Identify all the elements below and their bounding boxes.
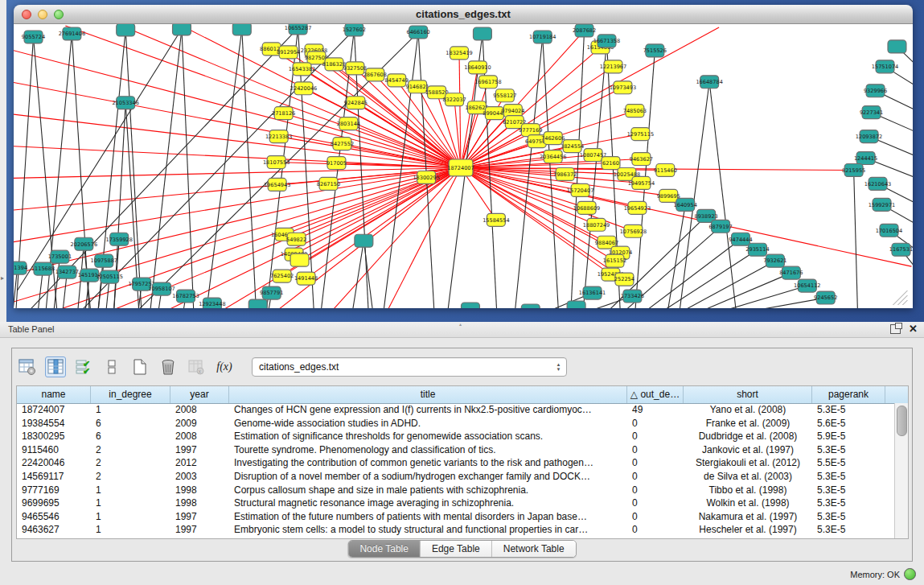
graph-node[interactable]: 7625402	[270, 270, 294, 282]
cell[interactable]: 14569117	[17, 470, 91, 484]
scrollbar-thumb[interactable]	[897, 406, 907, 436]
cell[interactable]: 0	[627, 510, 684, 524]
graph-node[interactable]	[888, 40, 906, 53]
table-selector-dropdown[interactable]: citations_edges.txt ▲▼	[252, 357, 567, 377]
column-header-title[interactable]: title	[229, 386, 627, 403]
delete-table-button[interactable]	[158, 356, 179, 377]
table-row[interactable]: 911546021997Tourette syndrome. Phenomeno…	[17, 443, 894, 457]
cell[interactable]: Wolkin et al. (1998)	[684, 496, 812, 510]
graph-node[interactable]: 62160	[602, 157, 620, 170]
cell[interactable]: 0	[627, 417, 684, 431]
graph-node[interactable]: 1735001	[48, 250, 72, 263]
cell[interactable]: 19384554	[17, 417, 91, 431]
graph-node[interactable]: 16782753	[172, 290, 199, 303]
graph-node[interactable]: 19495754	[628, 176, 655, 189]
cell[interactable]: 2008	[170, 403, 229, 417]
graph-node[interactable]: 10655287	[285, 24, 311, 35]
graph-node[interactable]	[567, 301, 585, 308]
cell[interactable]: 18300295	[17, 430, 91, 443]
graph-node[interactable]: 1640954	[674, 198, 697, 211]
column-header-name[interactable]: name	[17, 386, 91, 403]
graph-node[interactable]: 6466160	[407, 26, 430, 39]
cell[interactable]: Yano et al. (2008)	[684, 403, 812, 417]
graph-node[interactable]	[473, 27, 491, 40]
graph-node[interactable]: 2087682	[573, 24, 596, 37]
graph-node[interactable]: 9329966	[864, 84, 887, 97]
tab-node-table[interactable]: Node Table	[348, 541, 421, 557]
graph-node[interactable]: 10958107	[148, 282, 175, 295]
graph-node[interactable]: 9474444	[729, 233, 752, 245]
cell[interactable]: 1	[91, 523, 170, 537]
graph-node[interactable]: 15751074	[872, 60, 898, 73]
graph-node[interactable]	[355, 234, 373, 247]
cell[interactable]: 22420046	[17, 456, 91, 470]
new-table-button[interactable]	[129, 356, 150, 377]
cell[interactable]: Hescheler et al. (1997)	[684, 523, 812, 537]
graph-node[interactable]	[462, 303, 480, 308]
cell[interactable]: 9699695	[17, 496, 91, 510]
cell[interactable]: Embryonic stem cells: a model to study s…	[229, 523, 627, 537]
graph-node[interactable]: 10973493	[610, 81, 636, 94]
cell[interactable]: 0	[627, 470, 684, 484]
graph-node[interactable]: 18640910	[464, 61, 491, 74]
graph-node[interactable]: 20364456	[540, 150, 566, 163]
graph-node[interactable]: 27691406	[59, 27, 85, 40]
cell[interactable]: Disruption of a novel member of a sodium…	[229, 470, 627, 484]
cell[interactable]: Estimation of the future numbers of pati…	[229, 510, 627, 524]
graph-node[interactable]: 8912954	[277, 46, 300, 59]
graph-node[interactable]: 12975115	[627, 128, 654, 141]
cell[interactable]: 5.3E-5	[812, 496, 885, 510]
cell[interactable]: 2009	[170, 417, 229, 431]
cell[interactable]: Nakamura et al. (1997)	[684, 510, 812, 524]
cell[interactable]: Dudbridge et al. (2008)	[684, 430, 812, 443]
table-row[interactable]: 1830029562008Estimation of significance …	[17, 430, 894, 443]
graph-node[interactable]: 252254	[614, 273, 634, 286]
graph-node[interactable]: 1167531	[889, 243, 913, 256]
graph-node[interactable]: 7986372	[553, 167, 577, 180]
graph-node[interactable]: 16648784	[696, 76, 722, 89]
graph-node[interactable]	[173, 24, 191, 35]
table-vertical-scrollbar[interactable]	[894, 403, 908, 538]
cell[interactable]: 0	[627, 430, 684, 443]
graph-node[interactable]: 18300295	[413, 171, 439, 183]
graph-node[interactable]: 15992971	[869, 198, 895, 211]
cell[interactable]: 6	[91, 417, 170, 431]
cell[interactable]: 9777169	[17, 484, 91, 497]
cell[interactable]: Franke et al. (2009)	[684, 417, 812, 431]
cell[interactable]: Genome-wide association studies in ADHD.	[229, 417, 627, 431]
graph-node[interactable]: 9857791	[260, 286, 283, 299]
cell[interactable]: 1997	[170, 510, 229, 524]
cell[interactable]: Jankovic et al. (1997)	[684, 443, 812, 457]
graph-node[interactable]: 18724007	[447, 159, 474, 176]
graph-node[interactable]: 12093872	[856, 130, 882, 143]
cell[interactable]: Tibbo et al. (1998)	[684, 484, 812, 497]
tab-edge-table[interactable]: Edge Table	[421, 541, 492, 557]
graph-node[interactable]: 19654943	[264, 178, 290, 191]
cell[interactable]: 5.3E-5	[812, 510, 885, 524]
cell[interactable]: 2	[91, 456, 170, 470]
graph-node[interactable]: 8322037	[442, 93, 466, 106]
graph-node[interactable]: 549822	[286, 233, 306, 245]
graph-node[interactable]: 7515526	[643, 44, 667, 57]
panel-split-handle[interactable]: ▴	[459, 323, 466, 327]
tab-network-table[interactable]: Network Table	[492, 541, 576, 557]
function-builder-button[interactable]: f(x)	[214, 356, 235, 377]
graph-node[interactable]: 9463627	[630, 153, 653, 166]
cell[interactable]: de Silva et al. (2003)	[684, 470, 812, 484]
graph-node[interactable]	[248, 299, 267, 308]
collapsed-control-panel-divider[interactable]: ▸	[0, 0, 6, 322]
column-header-pagerank[interactable]: pagerank	[812, 386, 885, 403]
column-header-short[interactable]: short	[684, 386, 812, 403]
cell[interactable]: 49	[627, 403, 684, 417]
graph-node[interactable]: 9242845	[344, 97, 368, 109]
graph-node[interactable]: 1342737	[55, 266, 79, 278]
graph-node[interactable]: 1733426	[621, 290, 644, 303]
graph-node[interactable]: 12213967	[600, 60, 626, 73]
select-columns-button[interactable]: ✔ ✔	[73, 356, 94, 377]
graph-node[interactable]: 1115688	[31, 262, 55, 275]
graph-node[interactable]: 10719184	[529, 31, 556, 43]
graph-node[interactable]: 1615152	[603, 254, 626, 267]
graph-node[interactable]: 7485063	[623, 105, 647, 117]
graph-node[interactable]: 10756928	[620, 225, 647, 237]
graph-node[interactable]: 10975887	[91, 254, 117, 267]
